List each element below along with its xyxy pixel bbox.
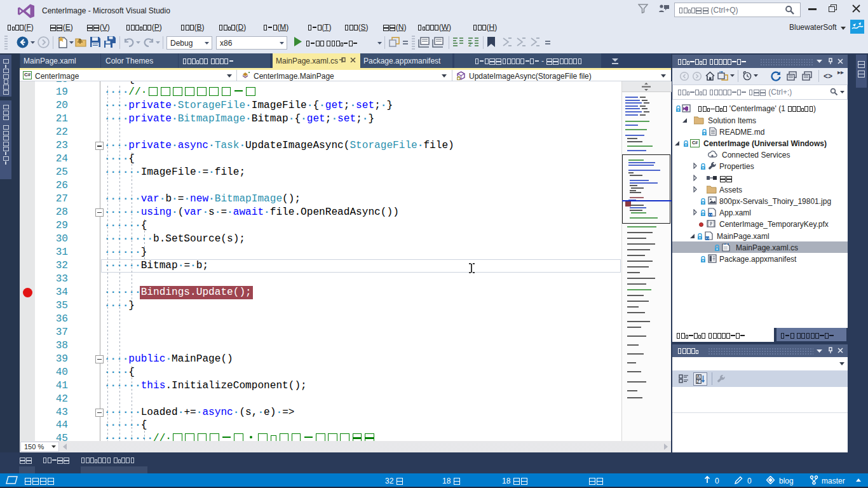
svg-text:2: 2 xyxy=(468,41,471,47)
svg-text:Z: Z xyxy=(697,379,700,384)
svg-text:A: A xyxy=(697,374,700,379)
